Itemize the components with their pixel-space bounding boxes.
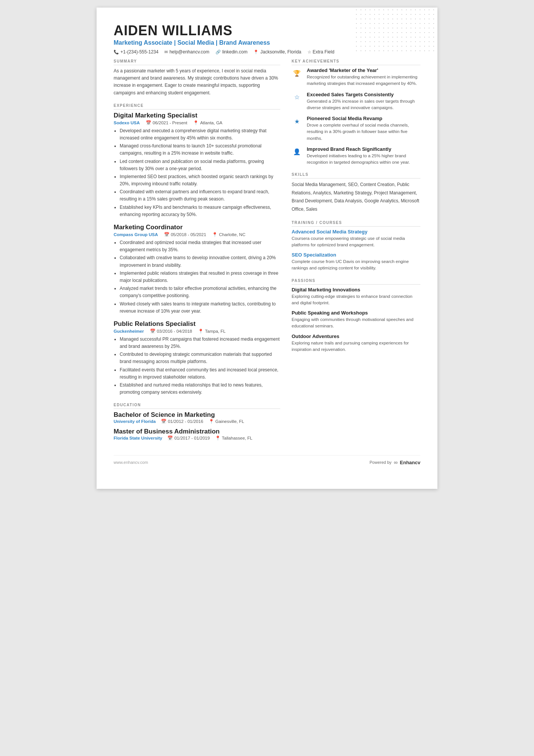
achievement-1-desc: Recognized for outstanding achievement i… xyxy=(307,74,420,87)
passion-2-title: Public Speaking and Workshops xyxy=(292,310,420,316)
linkedin-contact: 🔗 linkedin.com xyxy=(215,49,248,55)
left-column: SUMMARY As a passionate marketer with 5 … xyxy=(114,59,280,448)
job-1-meta: Sodexo USA 📅 06/2021 - Present 📍 Atlanta… xyxy=(114,120,280,125)
bullet: Managed successful PR campaigns that fos… xyxy=(120,336,280,350)
job-2-meta: Compass Group USA 📅 05/2018 - 05/2021 📍 … xyxy=(114,232,280,237)
passion-1-title: Digital Marketing Innovations xyxy=(292,287,420,293)
location-icon: 📍 xyxy=(253,50,259,55)
calendar-icon: 📅 xyxy=(167,435,173,441)
bullet: Implemented public relations strategies … xyxy=(120,270,280,284)
skills-section: SKILLS Social Media Management, SEO, Con… xyxy=(292,172,420,213)
edu-2-meta: Florida State University 📅 01/2017 - 01/… xyxy=(114,435,280,441)
job-1-title: Digital Marketing Specialist xyxy=(114,112,280,119)
bullet: Led content creation and publication on … xyxy=(120,158,280,172)
pin-icon: 📍 xyxy=(212,232,217,237)
pin-icon: 📍 xyxy=(198,329,203,334)
star-filled-icon: ★ xyxy=(292,116,302,127)
edu-2-location: 📍 Tallahassee, FL xyxy=(215,435,253,441)
course-1-title: Advanced Social Media Strategy xyxy=(292,229,420,235)
achievements-section: KEY ACHIEVEMENTS 🏆 Awarded 'Marketer of … xyxy=(292,59,420,166)
linkedin-icon: 🔗 xyxy=(215,50,221,55)
bullet: Collaborated with creative teams to deve… xyxy=(120,254,280,269)
job-3-meta: Guckenheimer 📅 03/2016 - 04/2018 📍 Tampa… xyxy=(114,329,280,334)
skills-text: Social Media Management, SEO, Content Cr… xyxy=(292,181,420,213)
job-2-bullets: Coordinated and optimized social media s… xyxy=(114,239,280,315)
achievement-3-desc: Drove a complete overhaul of social medi… xyxy=(307,122,420,142)
achievement-4-title: Improved Brand Reach Significantly xyxy=(307,146,420,152)
linkedin-value: linkedin.com xyxy=(222,49,248,55)
course-2: SEO Specialization Complete course from … xyxy=(292,252,420,272)
edu-1-location: 📍 Gainesville, FL xyxy=(209,419,244,424)
achievement-3-content: Pioneered Social Media Revamp Drove a co… xyxy=(307,116,420,142)
footer-brand: Powered by ∞ Enhancv xyxy=(370,459,420,465)
passion-3-title: Outdoor Adventures xyxy=(292,333,420,339)
achievement-2-title: Exceeded Sales Targets Consistently xyxy=(307,92,420,97)
pin-icon: 📍 xyxy=(215,435,220,441)
passions-section: PASSIONS Digital Marketing Innovations E… xyxy=(292,279,420,353)
phone-icon: 📞 xyxy=(114,50,119,55)
bullet: Coordinated and optimized social media s… xyxy=(120,239,280,254)
course-1: Advanced Social Media Strategy Coursera … xyxy=(292,229,420,249)
phone-value: +1-(234)-555-1234 xyxy=(120,49,158,55)
bullet: Managed cross-functional teams to launch… xyxy=(120,142,280,157)
edu-2: Master of Business Administration Florid… xyxy=(114,428,280,441)
passion-3: Outdoor Adventures Exploring nature trai… xyxy=(292,333,420,353)
extra-contact: ☆ Extra Field xyxy=(308,49,334,55)
achievement-3-title: Pioneered Social Media Revamp xyxy=(307,116,420,121)
powered-by-text: Powered by xyxy=(370,460,392,465)
bullet: Implemented SEO best practices, which bo… xyxy=(120,173,280,188)
job-2-date: 📅 05/2018 - 05/2021 xyxy=(164,232,206,237)
achievement-1-title: Awarded 'Marketer of the Year' xyxy=(307,67,420,73)
bullet: Contributed to developing strategic comm… xyxy=(120,351,280,365)
bullet: Analyzed market trends to tailor effecti… xyxy=(120,285,280,299)
summary-section-title: SUMMARY xyxy=(114,59,280,65)
edu-1-degree: Bachelor of Science in Marketing xyxy=(114,411,280,419)
skills-section-title: SKILLS xyxy=(292,172,420,178)
education-section: EDUCATION Bachelor of Science in Marketi… xyxy=(114,403,280,441)
calendar-icon: 📅 xyxy=(146,120,151,125)
passion-2-desc: Engaging with communities through motiva… xyxy=(292,316,420,330)
pin-icon: 📍 xyxy=(209,419,214,424)
job-1: Digital Marketing Specialist Sodexo USA … xyxy=(114,112,280,218)
achievements-section-title: KEY ACHIEVEMENTS xyxy=(292,59,420,65)
email-contact: ✉ help@enhancv.com xyxy=(164,49,209,55)
phone-contact: 📞 +1-(234)-555-1234 xyxy=(114,49,158,55)
job-3-title: Public Relations Specialist xyxy=(114,320,280,328)
achievement-4: 👤 Improved Brand Reach Significantly Dev… xyxy=(292,146,420,166)
bullet: Developed and executed a comprehensive d… xyxy=(120,127,280,142)
bullet: Established and nurtured media relations… xyxy=(120,382,280,396)
experience-section: EXPERIENCE Digital Marketing Specialist … xyxy=(114,103,280,396)
right-column: KEY ACHIEVEMENTS 🏆 Awarded 'Marketer of … xyxy=(292,59,420,448)
achievement-1: 🏆 Awarded 'Marketer of the Year' Recogni… xyxy=(292,67,420,87)
course-1-desc: Coursera course empowering strategic use… xyxy=(292,235,420,249)
achievement-2-desc: Generated a 20% increase in sales over t… xyxy=(307,98,420,111)
course-2-title: SEO Specialization xyxy=(292,252,420,258)
location-contact: 📍 Jacksonville, Florida xyxy=(253,49,301,55)
job-3-bullets: Managed successful PR campaigns that fos… xyxy=(114,336,280,396)
header: AIDEN WILLIAMS Marketing Associate | Soc… xyxy=(114,23,420,55)
calendar-icon: 📅 xyxy=(150,329,155,334)
edu-1: Bachelor of Science in Marketing Univers… xyxy=(114,411,280,424)
job-3-location: 📍 Tampa, FL xyxy=(198,329,225,334)
passions-section-title: PASSIONS xyxy=(292,279,420,285)
experience-section-title: EXPERIENCE xyxy=(114,103,280,110)
job-2-title: Marketing Coordinator xyxy=(114,224,280,231)
edu-1-school: University of Florida xyxy=(114,419,156,424)
job-2-location: 📍 Charlotte, NC xyxy=(212,232,245,237)
star-icon: ☆ xyxy=(308,50,311,55)
star-outline-icon: ☆ xyxy=(292,92,302,103)
job-3-date: 📅 03/2016 - 04/2018 xyxy=(150,329,192,334)
passion-2: Public Speaking and Workshops Engaging w… xyxy=(292,310,420,330)
bullet: Facilitated events that enhanced communi… xyxy=(120,366,280,381)
edu-2-school: Florida State University xyxy=(114,436,162,440)
brand-name: Enhancv xyxy=(400,460,420,465)
job-2: Marketing Coordinator Compass Group USA … xyxy=(114,224,280,315)
contact-row: 📞 +1-(234)-555-1234 ✉ help@enhancv.com 🔗… xyxy=(114,49,420,55)
resume-page: AIDEN WILLIAMS Marketing Associate | Soc… xyxy=(97,8,437,489)
extra-value: Extra Field xyxy=(313,49,334,55)
job-3-company: Guckenheimer xyxy=(114,329,144,333)
pin-icon: 📍 xyxy=(193,120,198,125)
bullet: Coordinated with external partners and i… xyxy=(120,188,280,203)
achievement-2: ☆ Exceeded Sales Targets Consistently Ge… xyxy=(292,92,420,111)
job-1-company: Sodexo USA xyxy=(114,121,140,125)
